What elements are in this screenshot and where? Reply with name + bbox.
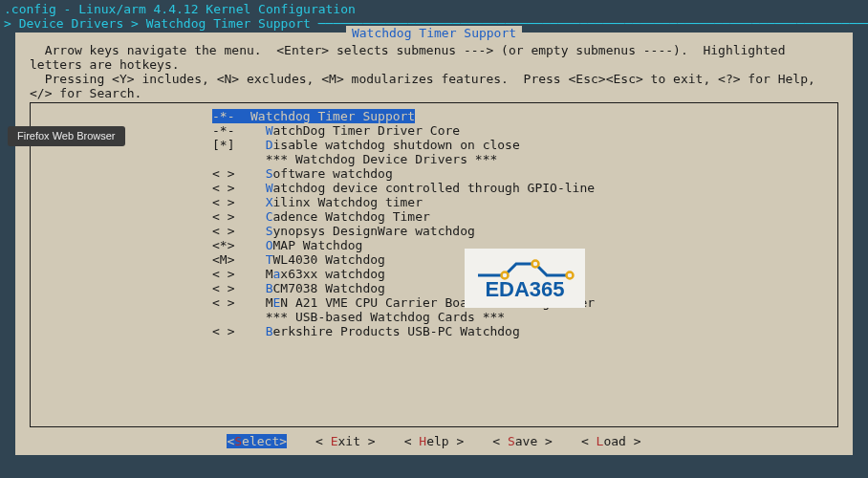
menu-item-label: Watchdog Timer Support xyxy=(250,109,415,123)
action-button[interactable]: < Help > xyxy=(404,434,465,448)
action-button[interactable]: < Load > xyxy=(581,434,641,448)
state-symbol: -*- xyxy=(212,109,250,123)
action-button[interactable]: <Select> xyxy=(227,434,287,448)
dialog-box: Watchdog Timer Support Arrow keys naviga… xyxy=(15,33,853,455)
state-symbol: <M> xyxy=(212,252,250,267)
menu-item[interactable]: < > Berkshire Products USB-PC Watchdog xyxy=(36,324,832,338)
state-symbol: < > xyxy=(212,166,250,181)
hotkey-char: E xyxy=(331,434,338,448)
svg-point-0 xyxy=(502,272,509,279)
state-symbol: < > xyxy=(212,324,250,338)
menu-item[interactable]: -*-Watchdog Timer Support xyxy=(36,109,832,123)
watermark-icon xyxy=(474,254,575,281)
menu-item-label: Xilinx Watchdog timer xyxy=(250,195,423,209)
dialog-title: Watchdog Timer Support xyxy=(346,26,522,40)
menu-item[interactable]: *** Watchdog Device Drivers *** xyxy=(36,152,832,166)
menu-item-label: Synopsys DesignWare watchdog xyxy=(250,224,475,238)
state-symbol: [*] xyxy=(212,138,250,152)
menu-item-label: *** USB-based Watchdog Cards *** xyxy=(250,310,505,324)
menu-item[interactable]: [*] Disable watchdog shutdown on close xyxy=(36,138,832,152)
action-button[interactable]: < Save > xyxy=(492,434,553,448)
action-button[interactable]: < Exit > xyxy=(315,434,376,448)
svg-point-1 xyxy=(532,261,539,268)
menu-item-label: Max63xx watchdog xyxy=(250,267,385,281)
menu-item[interactable]: < > MEN A21 VME CPU Carrier Board Watchd… xyxy=(36,295,832,310)
watermark: EDA365 xyxy=(465,249,585,308)
menu-item[interactable]: < > Xilinx Watchdog timer xyxy=(36,195,832,209)
dialog-title-row: Watchdog Timer Support xyxy=(16,26,852,40)
menu-item[interactable]: <M> TWL4030 Watchdog xyxy=(36,252,832,267)
menu-item[interactable]: < > Software watchdog xyxy=(36,166,832,181)
menu-item-label: Disable watchdog shutdown on close xyxy=(250,138,520,152)
hotkey-char: S xyxy=(508,434,515,448)
svg-point-2 xyxy=(567,272,574,279)
menu-list[interactable]: -*-Watchdog Timer Support-*- WatchDog Ti… xyxy=(31,103,837,344)
state-symbol: < > xyxy=(212,195,250,209)
menu-item-label: TWL4030 Watchdog xyxy=(250,252,385,267)
menu-item[interactable]: < > Synopsys DesignWare watchdog xyxy=(36,224,832,238)
terminal-window: .config - Linux/arm 4.4.12 Kernel Config… xyxy=(0,0,868,478)
button-bar: <Select>< Exit >< Help >< Save >< Load > xyxy=(16,434,852,448)
menu-item-label: OMAP Watchdog xyxy=(250,238,362,252)
menu-item[interactable]: *** USB-based Watchdog Cards *** xyxy=(36,310,832,324)
menu-item-label: Cadence Watchdog Timer xyxy=(250,209,430,224)
menu-item-label: WatchDog Timer Driver Core xyxy=(250,123,460,138)
menu-item-label: Software watchdog xyxy=(250,166,393,181)
state-symbol: -*- xyxy=(212,123,250,138)
hotkey-char: H xyxy=(419,434,426,448)
firefox-tooltip: Firefox Web Browser xyxy=(8,126,125,146)
state-symbol: < > xyxy=(212,181,250,195)
menu-item[interactable]: < > Watchdog device controlled through G… xyxy=(36,181,832,195)
state-symbol: <*> xyxy=(212,238,250,252)
state-symbol: < > xyxy=(212,281,250,295)
config-title: .config - Linux/arm 4.4.12 Kernel Config… xyxy=(4,2,356,16)
menu-item[interactable]: -*- WatchDog Timer Driver Core xyxy=(36,123,832,138)
menu-item[interactable]: < > Max63xx watchdog xyxy=(36,267,832,281)
menu-item-label: Berkshire Products USB-PC Watchdog xyxy=(250,324,520,338)
menu-item[interactable]: < > BCM7038 Watchdog xyxy=(36,281,832,295)
menu-item[interactable]: < > Cadence Watchdog Timer xyxy=(36,209,832,224)
state-symbol: < > xyxy=(212,209,250,224)
menu-item[interactable]: <*> OMAP Watchdog xyxy=(36,238,832,252)
state-symbol xyxy=(212,310,250,324)
menu-item-label: *** Watchdog Device Drivers *** xyxy=(250,152,497,166)
state-symbol xyxy=(212,152,250,166)
hotkey-char: S xyxy=(234,434,242,448)
menu-panel: -*-Watchdog Timer Support-*- WatchDog Ti… xyxy=(30,102,838,427)
state-symbol: < > xyxy=(212,267,250,281)
menu-item-label: Watchdog device controlled through GPIO-… xyxy=(250,181,595,195)
menu-item-label: BCM7038 Watchdog xyxy=(250,281,385,295)
state-symbol: < > xyxy=(212,224,250,238)
state-symbol: < > xyxy=(212,295,250,310)
